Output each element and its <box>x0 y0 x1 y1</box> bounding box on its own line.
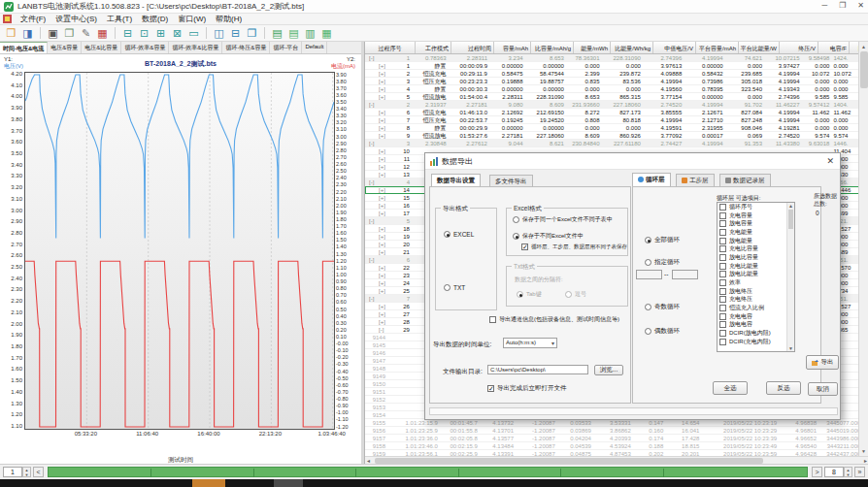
tree-toggle-icon[interactable]: [+] <box>365 310 385 317</box>
tree-toggle-icon[interactable]: [+] <box>365 241 385 247</box>
radio-txt[interactable]: TXT <box>444 284 465 291</box>
open-file-icon[interactable]: ❒ <box>4 26 18 40</box>
prev-page-button[interactable]: < <box>33 467 44 477</box>
cycle-item-checkbox[interactable] <box>719 305 726 311</box>
radio-excel-icon[interactable] <box>444 231 451 238</box>
page-count-spinner[interactable]: ▲▼ <box>844 467 852 477</box>
radio-all-cycles[interactable]: 全部循环 <box>645 236 680 244</box>
tree-toggle-icon[interactable]: [-] <box>365 54 374 61</box>
checkbox-separate-sheets[interactable]: ✓ 循环层、工步层、数据层用不同子表保存 <box>521 244 627 250</box>
step-row[interactable]: [+]7恒压充电00:22:53.70.1924519.245200.80880… <box>365 116 868 124</box>
tree-toggle-icon[interactable]: [-] <box>365 179 374 185</box>
table-header-1[interactable]: 工作模式 <box>416 42 451 53</box>
table-header-11[interactable]: 电容/F <box>818 42 850 53</box>
checkbox-separate-sheets-icon[interactable]: ✓ <box>521 244 528 250</box>
cycle-item-checkbox[interactable] <box>719 254 726 261</box>
cycle-item-0[interactable]: 循环序号 <box>718 203 788 211</box>
vertical-scrollbar[interactable]: ▲ ▼ <box>858 42 868 456</box>
next-page-button[interactable]: > <box>812 467 822 477</box>
radio-specified-cycles-icon[interactable] <box>645 259 651 266</box>
tree-toggle-icon[interactable]: [+] <box>365 287 385 294</box>
chart-tab-5[interactable]: 循环-终压&容量 <box>222 42 270 53</box>
cycle-item-10[interactable]: 放电终压 <box>718 287 788 296</box>
monitor-icon[interactable]: ▣ <box>46 26 60 40</box>
cycle-item-checkbox[interactable] <box>719 238 726 244</box>
tile-horizontal-icon[interactable]: ⊟ <box>228 26 243 40</box>
tree-toggle-icon[interactable]: [+] <box>365 171 385 178</box>
cycle-item-checkbox[interactable] <box>719 321 726 328</box>
cycle-item-16[interactable]: DCIR(充电内阻) <box>718 338 788 346</box>
tree-toggle-icon[interactable]: [+] <box>365 248 385 255</box>
zoom-sel-icon[interactable]: ⊠ <box>170 26 184 40</box>
tree-toggle-icon[interactable]: [+] <box>365 303 385 309</box>
radio-odd-cycles[interactable]: 奇数循环 <box>645 303 680 311</box>
radio-comma[interactable]: 逗号 <box>565 290 586 299</box>
tree-toggle-icon[interactable]: [+] <box>365 85 385 92</box>
chart-tab-6[interactable]: 循环-平台 <box>270 42 302 53</box>
tree-toggle-icon[interactable]: [+] <box>365 279 385 286</box>
list-view-icon[interactable]: ▤ <box>270 26 284 40</box>
cycle-item-5[interactable]: 充电比容量 <box>718 244 788 253</box>
cycle-item-checkbox[interactable] <box>719 212 726 219</box>
cycle-item-checkbox[interactable] <box>719 245 726 252</box>
panel-view-icon[interactable]: ▦ <box>319 26 334 40</box>
step-row[interactable]: [+]3恒压充电00:23:23.30.1988819.887570.83583… <box>365 78 868 85</box>
tree-toggle-icon[interactable]: [-] <box>365 256 374 263</box>
cycle-item-15[interactable]: DCIR(放电内阻) <box>718 329 788 338</box>
radio-diff-excel-file[interactable]: 保存于不同Excel文件中 <box>513 232 584 241</box>
cycle-group-row[interactable]: [-]10.783632.283113.2348.65378.36301228.… <box>365 54 868 62</box>
select-all-button[interactable]: 全选 <box>713 381 748 395</box>
cycle-item-checkbox[interactable] <box>719 339 726 345</box>
step-row[interactable]: [+]8静置00:00:29.90.000000.000000.0000.000… <box>365 124 868 132</box>
radio-specified-cycles[interactable]: 指定循环 <box>645 258 680 267</box>
table-header-3[interactable]: 容量/mAh <box>494 42 531 53</box>
step-row[interactable]: [+]2恒流充电00:29:11.90.5847558.475442.39923… <box>365 70 868 78</box>
grid-view-icon[interactable]: ▥ <box>303 26 317 40</box>
checkbox-open-after-icon[interactable]: ✓ <box>487 385 494 392</box>
chart-tab-0[interactable]: 时间-电压&电流 <box>0 42 48 53</box>
cycle-item-3[interactable]: 充电能量 <box>718 228 788 237</box>
cycle-item-checkbox[interactable] <box>719 220 726 227</box>
step-row[interactable]: [+]9恒流放电01:53:27.62.27181227.180608.6098… <box>365 132 868 140</box>
table-header-4[interactable]: 比容量/mAh/g <box>531 42 574 53</box>
menu-item-3[interactable]: 数据(D) <box>137 13 173 25</box>
menu-item-0[interactable]: 文件(F) <box>16 13 50 25</box>
tab-step-layer[interactable]: 工步层 <box>676 174 715 187</box>
list-scrollbar[interactable]: ▲ ▼ <box>786 203 794 351</box>
zoom-fit-icon[interactable]: ⊡ <box>137 26 151 40</box>
scroll-down-icon[interactable]: ▼ <box>859 448 868 454</box>
tree-toggle-icon[interactable]: [+] <box>365 163 385 170</box>
cycle-range-bar[interactable] <box>48 467 808 477</box>
cycle-item-4[interactable]: 放电能量 <box>718 237 788 245</box>
tab-record-layer[interactable]: 数据记录层 <box>719 174 771 187</box>
tree-toggle-icon[interactable]: [+] <box>365 264 385 271</box>
cancel-button[interactable]: 取消 <box>808 382 838 396</box>
zoom-y-icon[interactable]: ⊞ <box>153 26 168 40</box>
menu-item-2[interactable]: 工具(T) <box>102 13 137 25</box>
radio-even-cycles[interactable]: 偶数循环 <box>645 327 680 336</box>
table-header-10[interactable]: 终压/V <box>780 42 818 53</box>
radio-even-cycles-icon[interactable] <box>645 328 651 335</box>
step-row[interactable]: [+]4静置00:00:30.30.000000.000000.0000.000… <box>365 85 868 93</box>
radio-comma-icon[interactable] <box>565 291 572 298</box>
table-header-2[interactable]: 过程时间 <box>451 42 494 53</box>
cycle-item-12[interactable]: 恒流充入比例 <box>718 304 788 312</box>
output-dir-input[interactable]: C:\Users\pc\Desktop\ <box>487 365 588 374</box>
chart-tab-3[interactable]: 循环-效率&容量 <box>121 42 169 53</box>
radio-tab-key[interactable]: Tab键 <box>517 290 542 299</box>
detail-view-icon[interactable]: ▤ <box>286 26 301 40</box>
page-number-input[interactable]: 1 <box>3 467 22 477</box>
chart-tab-7[interactable]: Default <box>302 42 327 53</box>
tree-toggle-icon[interactable]: [+] <box>365 155 385 162</box>
cycle-item-checkbox[interactable] <box>719 313 726 320</box>
step-row[interactable]: [+]6恒流充电01:46:13.02.12692212.691508.2728… <box>365 109 868 116</box>
checkbox-channel-info[interactable]: 导出通道信息(包括设备信息、测试时间信息等) <box>489 315 619 324</box>
checkbox-channel-info-icon[interactable] <box>489 316 496 323</box>
edit-chart-icon[interactable]: ✎ <box>79 26 93 40</box>
menu-item-5[interactable]: 帮助(H) <box>211 13 247 25</box>
zoom-full-icon[interactable]: ▭ <box>186 26 201 40</box>
table-header-7[interactable]: 中值电压/V <box>653 42 696 53</box>
table-header-6[interactable]: 比能量/Wh/kg <box>611 42 653 53</box>
tree-toggle-icon[interactable]: [-] <box>365 217 374 224</box>
table-header-9[interactable]: 平台比能量/W <box>739 42 780 53</box>
